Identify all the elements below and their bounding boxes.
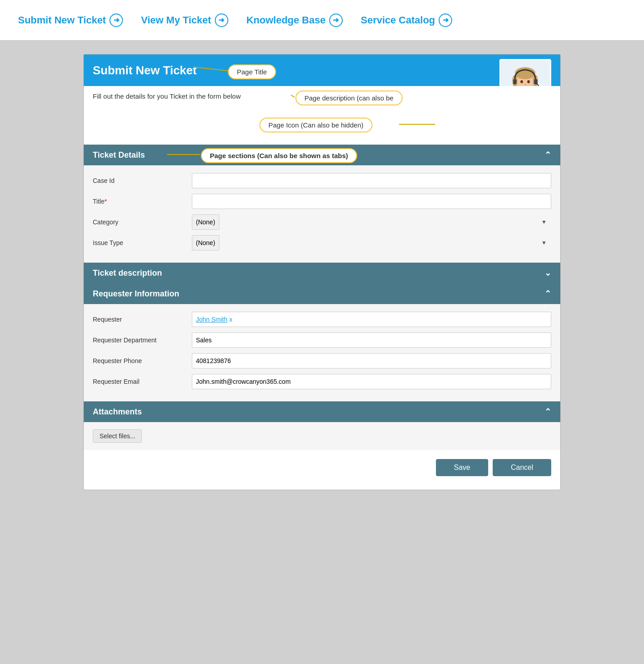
requester-phone-input[interactable] xyxy=(192,353,551,368)
nav-view-my-ticket-label: View My Ticket xyxy=(141,14,211,26)
issue-type-select-wrapper: (None) xyxy=(192,235,551,250)
issue-type-select[interactable]: (None) xyxy=(192,235,219,250)
select-files-button[interactable]: Select files... xyxy=(93,429,142,443)
title-required: * xyxy=(104,198,107,205)
section-ticket-description[interactable]: Ticket description ⌄ xyxy=(84,263,560,283)
case-id-label: Case Id xyxy=(93,177,192,184)
requester-email-label: Requester Email xyxy=(93,378,192,385)
svg-line-15 xyxy=(291,95,295,97)
case-id-input[interactable] xyxy=(192,173,551,188)
svg-rect-12 xyxy=(513,79,517,84)
page-description-text: Fill out the details for you Ticket in t… xyxy=(93,92,240,100)
svg-point-10 xyxy=(527,80,530,83)
requester-phone-row: Requester Phone xyxy=(93,353,551,369)
nav-view-my-ticket-arrow: ➜ xyxy=(215,14,228,27)
section-ticket-details-label: Ticket Details xyxy=(93,150,145,160)
page-description-area: Fill out the details for you Ticket in t… xyxy=(84,86,560,145)
page-header-title: Submit New Ticket xyxy=(93,64,197,77)
svg-point-6 xyxy=(515,67,535,79)
ticket-details-chevron: ⌃ xyxy=(544,150,551,160)
nav-submit-new-ticket-arrow: ➜ xyxy=(109,14,123,27)
nav-service-catalog-arrow: ➜ xyxy=(439,14,452,27)
category-row: Category (None) xyxy=(93,214,551,230)
section-attachments[interactable]: Attachments ⌃ xyxy=(84,401,560,422)
tooltip-page-icon: Page Icon (Can also be hidden) xyxy=(259,118,372,132)
requester-label: Requester xyxy=(93,316,192,323)
requester-department-row: Requester Department xyxy=(93,332,551,348)
requester-row: Requester John Smith x xyxy=(93,311,551,327)
bottom-buttons: Save Cancel xyxy=(84,450,560,476)
requester-phone-label: Requester Phone xyxy=(93,357,192,364)
category-select-wrapper: (None) xyxy=(192,214,551,230)
nav-submit-new-ticket-label: Submit New Ticket xyxy=(18,14,106,26)
case-id-row: Case Id xyxy=(93,173,551,189)
page-header: Submit New Ticket Page Title xyxy=(84,55,560,86)
section-requester-information-label: Requester Information xyxy=(93,289,179,299)
requester-information-chevron: ⌃ xyxy=(544,289,551,299)
nav-knowledge-base-arrow: ➜ xyxy=(329,14,343,27)
issue-type-row: Issue Type (None) xyxy=(93,235,551,251)
requester-department-input[interactable] xyxy=(192,332,551,348)
tooltip-page-title: Page Title xyxy=(228,64,276,79)
top-navigation: Submit New Ticket ➜ View My Ticket ➜ Kno… xyxy=(0,0,644,41)
requester-email-input[interactable] xyxy=(192,374,551,389)
svg-point-9 xyxy=(521,80,523,83)
title-input[interactable] xyxy=(192,194,551,209)
title-row: Title* xyxy=(93,193,551,209)
ticket-description-chevron: ⌄ xyxy=(544,268,551,278)
category-label: Category xyxy=(93,218,192,226)
tooltip-page-description: Page description (can also be xyxy=(295,91,403,105)
svg-line-0 xyxy=(194,67,228,71)
nav-knowledge-base-label: Knowledge Base xyxy=(246,14,326,26)
nav-knowledge-base[interactable]: Knowledge Base ➜ xyxy=(237,14,352,27)
section-ticket-details[interactable]: Ticket Details Page sections (Can also b… xyxy=(84,145,560,165)
nav-view-my-ticket[interactable]: View My Ticket ➜ xyxy=(132,14,237,27)
title-label: Title* xyxy=(93,198,192,205)
attachments-area: Select files... xyxy=(84,422,560,450)
nav-submit-new-ticket[interactable]: Submit New Ticket ➜ xyxy=(9,14,132,27)
section-attachments-label: Attachments xyxy=(93,407,142,417)
svg-point-11 xyxy=(524,84,526,86)
tooltip-sections: Page sections (Can also be shown as tabs… xyxy=(201,148,357,163)
nav-service-catalog-label: Service Catalog xyxy=(361,14,435,26)
section-ticket-description-label: Ticket description xyxy=(93,268,162,278)
requester-remove-button[interactable]: x xyxy=(229,316,232,323)
requester-value-field: John Smith x xyxy=(192,312,551,327)
cancel-button[interactable]: Cancel xyxy=(493,459,551,476)
requester-department-label: Requester Department xyxy=(93,337,192,344)
save-button[interactable]: Save xyxy=(436,459,488,476)
ticket-details-form: Case Id Title* Category (None) Issue Typ… xyxy=(84,165,560,263)
requester-name-link[interactable]: John Smith xyxy=(196,316,227,323)
nav-service-catalog[interactable]: Service Catalog ➜ xyxy=(352,14,461,27)
attachments-chevron: ⌃ xyxy=(544,407,551,417)
section-requester-information[interactable]: Requester Information ⌃ xyxy=(84,283,560,304)
issue-type-label: Issue Type xyxy=(93,239,192,246)
category-select[interactable]: (None) xyxy=(192,214,219,230)
main-container: Submit New Ticket Page Title xyxy=(83,54,561,490)
requester-email-row: Requester Email xyxy=(93,373,551,390)
requester-form: Requester John Smith x Requester Departm… xyxy=(84,304,560,401)
